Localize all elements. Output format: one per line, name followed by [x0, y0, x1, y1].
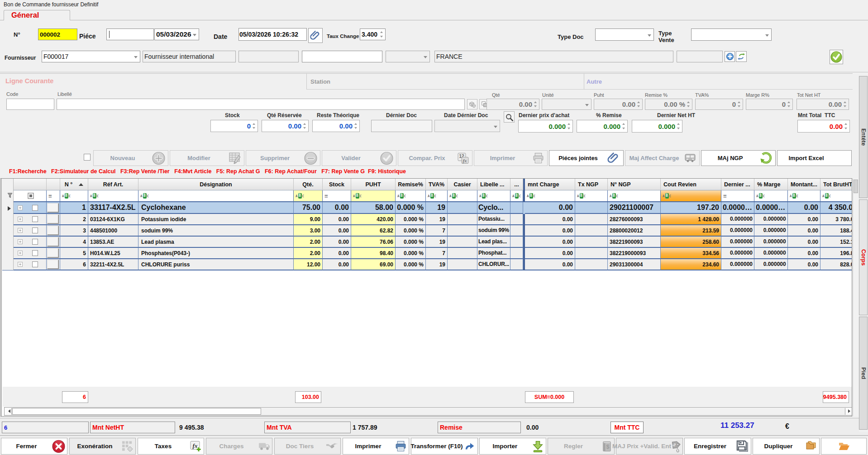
cell-tva[interactable]: 7 [426, 248, 448, 259]
cell-libelle[interactable]: CHLORUR... [477, 259, 510, 270]
row-button-cell[interactable] [47, 214, 60, 225]
cell-stock[interactable]: 0.00 [323, 202, 351, 214]
combo-arrow-icon[interactable] [764, 29, 771, 40]
cell-tot-brut[interactable]: 4 350.00 [820, 202, 852, 214]
cell-tx-ngp[interactable] [575, 248, 608, 259]
regler-button[interactable]: Regler [548, 438, 615, 455]
modifier-button[interactable]: Modifier [170, 150, 244, 166]
header-tot-brut[interactable]: Tot BrutHT [820, 179, 852, 190]
header-dots[interactable]: ... [510, 179, 523, 190]
cell-remise[interactable]: 0.000 % [396, 248, 426, 259]
cell-mnt-charge[interactable]: 0.00 [525, 259, 575, 270]
piece-date-combo[interactable]: 05/03/2026 [154, 28, 199, 40]
spinner-up-icon[interactable] [622, 122, 625, 125]
cell-dots[interactable] [510, 237, 523, 248]
cell-tot-brut[interactable]: 196.80 [820, 248, 852, 259]
cell-montant[interactable]: 0.00 [788, 202, 820, 214]
cell-marge[interactable]: 0.000000 [754, 214, 788, 225]
cell-qte[interactable]: 12.00 [294, 259, 323, 270]
grid-row[interactable]: 4 13853.AE Lead plasma 2.00 0.00 76.06 0… [14, 237, 852, 248]
cell-marge[interactable]: 0.000000 [754, 259, 788, 270]
filter-ngp[interactable]: ABC [608, 190, 661, 202]
spinner-down-icon[interactable] [738, 105, 740, 109]
cell-ngp[interactable]: 382219000093 [608, 248, 661, 259]
spinner-up-icon[interactable] [534, 100, 537, 103]
spinner-up-icon[interactable] [738, 100, 740, 103]
charges-button[interactable]: Charges [206, 438, 272, 455]
cell-remise[interactable]: 0.000 % [396, 259, 426, 270]
cell-tx-ngp[interactable] [575, 214, 608, 225]
doc-tiers-button[interactable]: Doc Tiers [274, 438, 341, 455]
filter-marge[interactable]: ABC [754, 190, 788, 202]
vertical-scrollbar[interactable] [853, 179, 858, 416]
header-tva[interactable]: TVA% [426, 179, 448, 190]
taux-change-field[interactable]: 3.400 [360, 28, 386, 40]
side-tab-pied[interactable]: Pied [859, 317, 868, 430]
cell-n[interactable]: 4 [60, 237, 88, 248]
cell-dots[interactable] [510, 225, 523, 237]
row-button-cell[interactable] [47, 225, 60, 237]
cell-puht[interactable]: 76.06 [351, 237, 396, 248]
spinner-up-icon[interactable] [637, 100, 640, 103]
cell-puht[interactable]: 420.00 [351, 214, 396, 225]
grid-row[interactable]: 2 03124-6X1KG Potassium iodide 9.00 0.00… [14, 214, 852, 225]
cell-designation[interactable]: Lead plasma [138, 237, 294, 248]
scroll-right-button[interactable] [845, 408, 852, 415]
cell-qte[interactable]: 3.00 [294, 225, 323, 237]
search-article-button[interactable] [504, 111, 515, 123]
cell-cout-revien[interactable]: 334.56 [661, 248, 721, 259]
filter-libelle[interactable]: ABC [477, 190, 510, 202]
dupliquer-button[interactable]: Dupliquer [753, 438, 820, 455]
cell-tva[interactable]: 7 [426, 225, 448, 237]
vscrollbar-thumb[interactable] [854, 180, 858, 193]
row-expand-cell[interactable] [14, 225, 47, 237]
expand-plus-icon[interactable] [18, 262, 23, 267]
spinner-up-icon[interactable] [253, 122, 255, 125]
cell-puht[interactable]: 69.00 [351, 259, 396, 270]
maj-ngp-button[interactable]: MAj NGP [701, 150, 776, 166]
filter-designation[interactable]: ABC [138, 190, 294, 202]
import-excel-button[interactable]: Import Excel [777, 150, 852, 166]
importer-button[interactable]: Importer [479, 438, 546, 455]
cell-casier[interactable] [448, 259, 477, 270]
combo-arrow-icon[interactable] [133, 52, 139, 62]
grid-row[interactable]: 3 448501000 soduim 99% 3.00 0.00 62.82 0… [14, 225, 852, 237]
header-ref[interactable]: Réf Art. [88, 179, 138, 190]
header-puht[interactable]: PUHT [351, 179, 396, 190]
row-cell-button[interactable] [47, 237, 59, 246]
cell-remise[interactable]: 0.000 % [396, 237, 426, 248]
cell-dernier[interactable]: 0.000000 [721, 202, 754, 214]
cell-n[interactable]: 2 [60, 214, 88, 225]
header-casier[interactable]: Casier [448, 179, 477, 190]
open-folder-button[interactable] [821, 438, 867, 455]
libelle-input[interactable] [57, 99, 465, 110]
cell-n[interactable]: 6 [60, 259, 88, 270]
cell-stock[interactable]: 0.00 [323, 214, 351, 225]
cell-ref[interactable]: H014.W.L25 [88, 248, 138, 259]
cell-dernier[interactable]: 0.000000 [721, 248, 754, 259]
header-tx-ngp[interactable]: Tx NGP [575, 179, 608, 190]
header-cout-revien[interactable]: Cout Revien [661, 179, 721, 190]
cell-casier[interactable] [448, 225, 477, 237]
cell-ngp[interactable]: 28276000093 [608, 214, 661, 225]
row-expand-cell[interactable] [14, 202, 47, 214]
spinner-down-icon[interactable] [787, 105, 790, 109]
filter-cout-revien[interactable]: ABC [661, 190, 721, 202]
row-checkbox[interactable] [32, 205, 38, 211]
cell-cout-revien[interactable]: 258.60 [661, 237, 721, 248]
cell-designation[interactable]: Cyclohexane [138, 202, 294, 214]
maj-prix-button[interactable]: MAJ Prix +Valid. Ent [616, 438, 683, 455]
cell-tva[interactable]: 19 [426, 202, 448, 214]
pieces-jointes-button[interactable]: Piéces jointes [549, 150, 624, 166]
cell-n[interactable]: 5 [60, 248, 88, 259]
cell-stock[interactable]: 0.00 [323, 237, 351, 248]
cell-dernier[interactable]: 0.000000 [721, 225, 754, 237]
transformer-button[interactable]: Transformer (F10) [411, 438, 478, 455]
cell-ref[interactable]: 448501000 [88, 225, 138, 237]
cell-cout-revien[interactable]: 213.59 [661, 225, 721, 237]
cell-qte[interactable]: 2.00 [294, 248, 323, 259]
filter-montant[interactable]: ABC [788, 190, 820, 202]
spinner-up-icon[interactable] [687, 100, 690, 103]
header-qte[interactable]: Qté. [294, 179, 323, 190]
cell-ngp[interactable]: 28800020012 [608, 225, 661, 237]
